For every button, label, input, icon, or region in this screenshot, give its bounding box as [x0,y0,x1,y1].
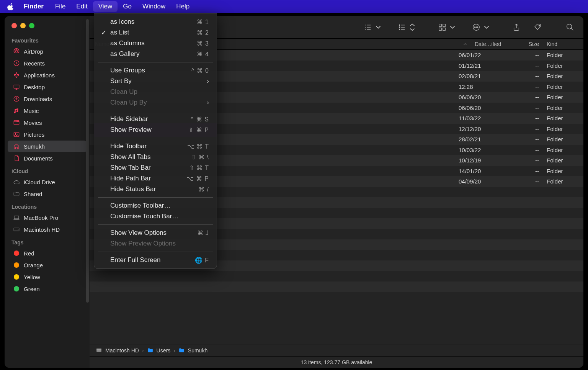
close-button[interactable] [11,23,17,28]
menu-item-enter-full-screen[interactable]: Enter Full Screen🌐 F [94,255,217,265]
menubar-item-edit[interactable]: Edit [71,1,93,12]
sidebar-item-red[interactable]: Red [8,247,87,259]
column-size[interactable]: Size [513,41,547,47]
menu-item-as-columns[interactable]: as Columns⌘ 3 [94,38,217,49]
menu-item-label: Clean Up By [110,99,147,106]
sidebar-item-sumukh[interactable]: Sumukh [8,141,87,152]
menu-item-show-tab-bar[interactable]: Show Tab Bar⇧ ⌘ T [94,162,217,173]
menu-item-hide-path-bar[interactable]: Hide Path Bar⌥ ⌘ P [94,173,217,184]
sidebar-item-green[interactable]: Green [8,283,87,295]
svg-rect-14 [443,24,445,26]
menubar-item-file[interactable]: File [50,1,71,12]
sidebar-item-orange[interactable]: Orange [8,259,87,271]
cell-kind: Folder [547,136,583,142]
menu-item-hide-sidebar[interactable]: Hide Sidebar^ ⌘ S [94,114,217,124]
cell-date: 06/06/20 [459,94,513,100]
sidebar-heading: iCloud [5,164,90,176]
path-segment[interactable]: Sumukh [188,347,207,354]
menu-item-as-icons[interactable]: as Icons⌘ 1 [94,16,217,27]
menubar-item-view[interactable]: View [93,1,118,12]
sidebar-item-macintosh-hd[interactable]: Macintosh HD [8,224,87,235]
svg-point-20 [477,27,478,28]
apple-logo-icon[interactable] [7,3,15,10]
menu-item-show-all-tabs[interactable]: Show All Tabs⇧ ⌘ \ [94,152,217,162]
movies-icon [13,119,20,126]
svg-point-18 [474,27,475,28]
sidebar-item-airdrop[interactable]: AirDrop [8,46,87,57]
action-menu-button[interactable] [470,21,493,33]
sort-indicator-icon[interactable] [459,42,472,46]
pictures-icon [13,131,20,138]
path-segment[interactable]: Macintosh HD [105,347,139,354]
table-row[interactable] [90,282,583,292]
share-button[interactable] [510,21,523,33]
sidebar-item-label: Desktop [24,84,45,90]
sidebar-item-label: Sumukh [24,143,45,150]
status-bar: 13 items, 123.77 GB available [90,356,583,368]
menu-item-show-preview[interactable]: Show Preview⇧ ⌘ P [94,124,217,135]
menu-item-use-groups[interactable]: Use Groups^ ⌘ 0 [94,65,217,76]
column-date[interactable]: Date…ified [472,41,513,47]
menu-item-label: Sort By [110,77,132,85]
menu-item-show-view-options[interactable]: Show View Options⌘ J [94,228,217,238]
menu-separator [98,62,213,62]
sidebar-item-shared[interactable]: Shared [8,188,87,200]
menubar-item-window[interactable]: Window [137,1,171,12]
column-kind[interactable]: Kind [547,41,583,47]
clock-icon [13,60,20,67]
sidebar-item-yellow[interactable]: Yellow [8,271,87,283]
sidebar-item-label: Green [24,286,40,292]
menu-item-sort-by[interactable]: Sort By› [94,76,217,87]
chevron-right-icon: › [142,347,144,354]
cell-kind: Folder [547,94,583,100]
menu-shortcut: ⌘ 2 [197,29,209,36]
sidebar-item-label: Recents [24,60,45,67]
view-options-button[interactable] [395,21,419,33]
menu-item-label: Show All Tabs [110,153,151,161]
menu-item-show-preview-options: Show Preview Options [94,238,217,249]
cell-size: -- [513,94,547,100]
minimize-button[interactable] [20,23,26,28]
menu-item-hide-toolbar[interactable]: Hide Toolbar⌥ ⌘ T [94,141,217,152]
sidebar-scrollbar[interactable] [86,19,89,303]
svg-point-22 [567,24,572,29]
sidebar-item-music[interactable]: Music [8,105,87,116]
cloud-icon [13,178,20,185]
menu-item-label: Hide Status Bar [110,185,156,193]
sidebar-item-applications[interactable]: Applications [8,69,87,81]
table-row[interactable] [90,271,583,282]
tags-button[interactable] [531,21,544,33]
sidebar-item-pictures[interactable]: Pictures [8,129,87,140]
sidebar-item-movies[interactable]: Movies [8,117,87,128]
menu-item-hide-status-bar[interactable]: Hide Status Bar⌘ / [94,184,217,195]
menu-item-customise-touch-bar[interactable]: Customise Touch Bar… [94,211,217,222]
sidebar-item-desktop[interactable]: Desktop [8,81,87,93]
menu-item-customise-toolbar[interactable]: Customise Toolbar… [94,200,217,211]
svg-rect-24 [96,349,101,349]
sidebar-item-icloud-drive[interactable]: iCloud Drive [8,176,87,188]
tag-icon [13,250,20,257]
search-button[interactable] [564,21,577,33]
cell-size: -- [513,147,547,153]
menu-item-label: as List [110,29,129,36]
fullscreen-button[interactable] [29,23,34,28]
menu-item-label: Hide Toolbar [110,142,147,150]
icon-view-button[interactable] [436,21,459,33]
menubar-app[interactable]: Finder [18,1,49,12]
menu-item-as-gallery[interactable]: as Gallery⌘ 4 [94,49,217,59]
disk-icon [96,347,102,354]
path-segment[interactable]: Users [157,347,171,354]
folder-icon [178,347,185,354]
sidebar-item-documents[interactable]: Documents [8,152,87,164]
chevron-right-icon: › [207,99,209,106]
menubar-item-help[interactable]: Help [171,1,195,12]
sidebar-item-downloads[interactable]: Downloads [8,93,87,105]
sidebar-item-macbook-pro[interactable]: MacBook Pro [8,212,87,223]
sidebar-item-recents[interactable]: Recents [8,57,87,69]
sidebar-heading: Favourites [5,34,90,45]
group-by-button[interactable] [361,21,385,33]
sidebar-item-label: Yellow [24,274,40,280]
menubar-item-go[interactable]: Go [118,1,137,12]
sidebar-item-label: AirDrop [24,48,43,55]
menu-item-as-list[interactable]: ✓as List⌘ 2 [94,27,217,38]
